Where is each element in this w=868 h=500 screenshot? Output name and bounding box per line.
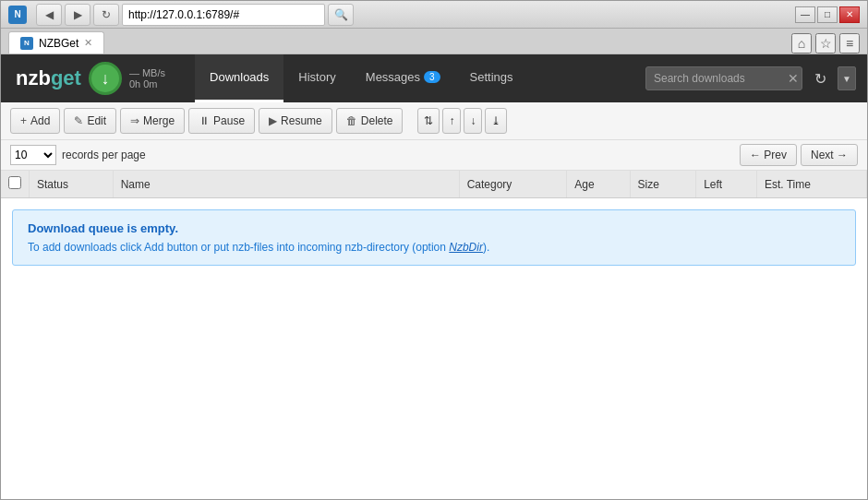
search-input-wrap: ✕ — [645, 66, 802, 90]
app-header: nzbget — MB/s 0h 0m Downloads History Me… — [1, 54, 867, 102]
search-clear-icon[interactable]: ✕ — [788, 71, 799, 86]
select-all-checkbox[interactable] — [8, 176, 21, 189]
page-nav: ← Prev Next → — [740, 144, 858, 166]
prev-page-button[interactable]: ← Prev — [740, 144, 797, 166]
logo-nzb: nzb — [16, 66, 51, 90]
merge-icon: ⇒ — [130, 114, 139, 127]
close-button[interactable]: ✕ — [839, 6, 860, 23]
window-controls: — □ ✕ — [795, 6, 860, 23]
title-bar-left: N ◀ ▶ ↻ 🔍 — [8, 4, 354, 26]
col-header-status: Status — [30, 171, 114, 198]
nav-tab-downloads-label: Downloads — [210, 70, 269, 84]
sort-up-button[interactable]: ↑ — [442, 108, 461, 134]
window-frame: N ◀ ▶ ↻ 🔍 — □ ✕ N NZBGet ✕ ⌂ ☆ ≡ — [0, 0, 868, 500]
nav-tab-messages-label: Messages — [366, 70, 420, 84]
star-icon-button[interactable]: ☆ — [815, 33, 836, 54]
menu-icon-button[interactable]: ≡ — [839, 33, 860, 54]
speed-info: — MB/s 0h 0m — [129, 67, 165, 89]
nav-tab-settings[interactable]: Settings — [455, 54, 528, 102]
nav-tab-messages[interactable]: Messages 3 — [351, 54, 455, 102]
empty-state-description: To add downloads click Add button or put… — [28, 241, 840, 254]
app-container: nzbget — MB/s 0h 0m Downloads History Me… — [1, 54, 867, 499]
logo-text: nzbget — [16, 66, 81, 90]
col-header-est-time: Est. Time — [756, 171, 866, 198]
col-header-checkbox — [1, 171, 30, 198]
nav-tab-settings-label: Settings — [470, 70, 513, 84]
browser-tab[interactable]: N NZBGet ✕ — [8, 31, 104, 54]
pause-button[interactable]: ⏸ Pause — [188, 108, 255, 134]
app-nav: Downloads History Messages 3 Settings — [195, 54, 528, 102]
logo-get: get — [51, 66, 81, 90]
table-header: Status Name Category Age Size Left Est. … — [1, 171, 867, 198]
col-header-left: Left — [696, 171, 757, 198]
refresh-button[interactable]: ↻ — [93, 4, 119, 26]
delete-label: Delete — [361, 114, 393, 127]
sort-top-button[interactable]: ⇅ — [417, 108, 440, 134]
pause-icon: ⏸ — [199, 114, 210, 127]
add-label: Add — [30, 114, 50, 127]
app-logo: nzbget — MB/s 0h 0m — [1, 62, 180, 95]
app-favicon: N — [8, 6, 27, 24]
per-page-select[interactable]: 10 25 50 100 — [10, 145, 56, 165]
merge-label: Merge — [143, 114, 175, 127]
delete-button[interactable]: 🗑 Delete — [336, 108, 404, 134]
sort-bottom-button[interactable]: ⤓ — [485, 108, 507, 134]
sort-down-button[interactable]: ↓ — [464, 108, 482, 134]
resume-label: Resume — [281, 114, 322, 127]
edit-icon: ✎ — [74, 114, 83, 127]
search-go-button[interactable]: 🔍 — [328, 4, 354, 26]
speed-time: 0h 0m — [129, 78, 165, 89]
table-area: Status Name Category Age Size Left Est. … — [1, 171, 867, 499]
main-content: + Add ✎ Edit ⇒ Merge ⏸ Pause ▶ Resume — [1, 102, 867, 499]
edit-button[interactable]: ✎ Edit — [64, 108, 116, 134]
col-header-size: Size — [630, 171, 696, 198]
pagination-row: 10 25 50 100 records per page ← Prev Nex… — [1, 140, 867, 171]
sort-buttons-group: ⇅ ↑ ↓ ⤓ — [417, 108, 507, 134]
resume-button[interactable]: ▶ Resume — [259, 108, 332, 134]
delete-icon: 🗑 — [346, 114, 357, 127]
forward-button[interactable]: ▶ — [65, 4, 90, 26]
col-header-age: Age — [567, 171, 630, 198]
maximize-button[interactable]: □ — [817, 6, 838, 23]
empty-desc-end: ). — [483, 241, 489, 254]
nzbdir-link[interactable]: NzbDir — [449, 241, 483, 254]
data-table: Status Name Category Age Size Left Est. … — [1, 171, 867, 198]
tab-close-button[interactable]: ✕ — [84, 37, 92, 49]
merge-button[interactable]: ⇒ Merge — [120, 108, 185, 134]
col-header-category: Category — [459, 171, 567, 198]
minimize-button[interactable]: — — [795, 6, 815, 23]
title-bar: N ◀ ▶ ↻ 🔍 — □ ✕ — [1, 1, 867, 29]
tab-favicon: N — [20, 37, 33, 50]
address-bar[interactable] — [122, 4, 325, 26]
refresh-icon-button[interactable]: ↻ — [808, 66, 832, 90]
empty-desc-text: To add downloads click Add button or put… — [28, 241, 449, 254]
pause-label: Pause — [213, 114, 245, 127]
search-area: ✕ ↻ ▼ — [645, 66, 867, 90]
tab-bar: N NZBGet ✕ ⌂ ☆ ≡ — [1, 29, 867, 54]
edit-label: Edit — [87, 114, 106, 127]
home-icon-button[interactable]: ⌂ — [791, 33, 812, 54]
per-page-label: records per page — [62, 149, 146, 161]
messages-badge: 3 — [424, 71, 440, 83]
nav-tab-history-label: History — [298, 70, 335, 84]
add-icon: + — [20, 114, 27, 127]
logo-download-icon[interactable] — [89, 62, 122, 95]
search-input[interactable] — [645, 66, 802, 90]
empty-state: Download queue is empty. To add download… — [12, 209, 856, 266]
empty-state-title: Download queue is empty. — [28, 221, 840, 235]
dropdown-arrow-button[interactable]: ▼ — [838, 66, 856, 90]
add-button[interactable]: + Add — [10, 108, 60, 134]
back-button[interactable]: ◀ — [36, 4, 62, 26]
tab-title: NZBGet — [39, 37, 78, 50]
next-page-button[interactable]: Next → — [801, 144, 858, 166]
col-header-name: Name — [113, 171, 459, 198]
nav-tab-downloads[interactable]: Downloads — [195, 54, 283, 102]
nav-tab-history[interactable]: History — [283, 54, 350, 102]
speed-mb: — MB/s — [129, 67, 165, 78]
resume-icon: ▶ — [269, 114, 277, 127]
toolbar: + Add ✎ Edit ⇒ Merge ⏸ Pause ▶ Resume — [1, 102, 867, 140]
